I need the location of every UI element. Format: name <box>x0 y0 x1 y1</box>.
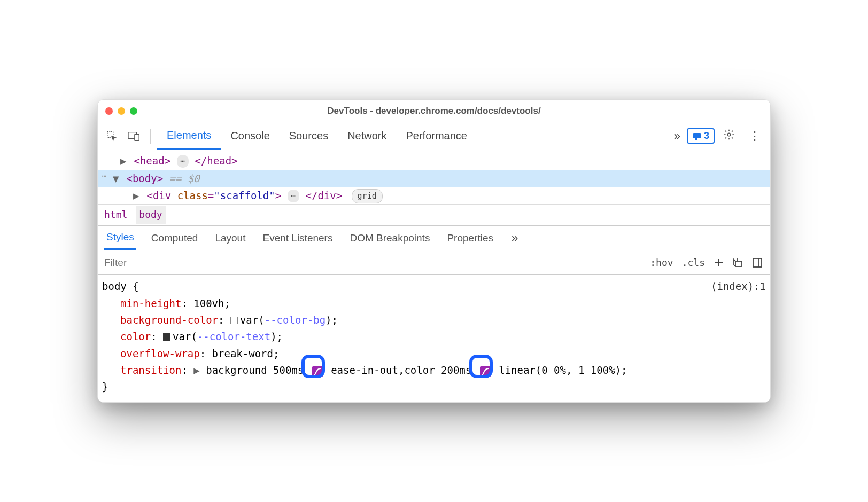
filter-input[interactable] <box>98 250 646 274</box>
subtabs-overflow-icon[interactable]: » <box>508 231 521 245</box>
minimize-icon[interactable] <box>118 107 125 115</box>
collapse-icon[interactable]: ▼ <box>113 170 120 187</box>
prop-transition[interactable]: transition: ▶ background 500ms ease-in-o… <box>102 362 766 379</box>
breadcrumb: html body <box>98 204 770 225</box>
computed-sidebar-icon[interactable] <box>750 255 765 270</box>
rendering-icon[interactable] <box>731 255 746 270</box>
easing-editor-icon[interactable] <box>312 366 323 377</box>
svg-rect-3 <box>693 133 701 138</box>
tab-performance[interactable]: Performance <box>397 122 477 150</box>
subtab-computed[interactable]: Computed <box>149 226 200 250</box>
issues-count: 3 <box>704 130 709 142</box>
rule-close-brace: } <box>102 379 766 395</box>
devtools-window: DevTools - developer.chrome.com/docs/dev… <box>97 99 771 402</box>
svg-rect-4 <box>695 138 697 140</box>
maximize-icon[interactable] <box>130 107 137 115</box>
settings-icon[interactable] <box>718 129 740 144</box>
svg-rect-2 <box>135 134 139 140</box>
color-swatch-icon[interactable] <box>230 317 238 324</box>
window-title: DevTools - developer.chrome.com/docs/dev… <box>98 106 770 116</box>
css-rules-panel: body { (index):1 min-height: 100vh; back… <box>98 275 770 402</box>
tab-elements[interactable]: Elements <box>157 122 221 150</box>
expand-icon[interactable]: ▶ <box>120 152 128 169</box>
new-rule-icon[interactable] <box>711 255 726 270</box>
ellipsis-icon[interactable]: ⋯ <box>177 155 189 168</box>
svg-point-5 <box>727 133 731 136</box>
device-toggle-icon[interactable] <box>125 127 144 146</box>
prop-color[interactable]: color: var(--color-text); <box>102 328 766 345</box>
dom-node-div-scaffold[interactable]: ▶ <div class="scaffold"> ⋯ </div> grid <box>98 187 770 204</box>
svg-rect-6 <box>735 261 742 266</box>
breadcrumb-body[interactable]: body <box>136 206 165 224</box>
prop-background-color[interactable]: background-color: var(--color-bg); <box>102 312 766 328</box>
traffic-lights <box>105 107 137 115</box>
styles-subtabs: Styles Computed Layout Event Listeners D… <box>98 226 770 250</box>
subtab-styles[interactable]: Styles <box>104 226 136 250</box>
grid-badge[interactable]: grid <box>352 189 383 204</box>
color-swatch-icon[interactable] <box>163 333 170 341</box>
tab-sources[interactable]: Sources <box>280 122 338 150</box>
toolbar-divider <box>150 129 151 144</box>
subtab-properties[interactable]: Properties <box>445 226 495 250</box>
issues-badge[interactable]: 3 <box>687 128 715 144</box>
ellipsis-icon[interactable]: ⋯ <box>288 190 299 202</box>
main-toolbar: Elements Console Sources Network Perform… <box>98 122 770 150</box>
prop-min-height[interactable]: min-height: 100vh; <box>102 295 766 312</box>
more-icon[interactable]: ⋮ <box>743 129 766 143</box>
dom-tree[interactable]: ▶ <head> ⋯ </head> ⋯ ▼ <body> == $0 ▶ <d… <box>98 150 770 226</box>
prop-overflow-wrap[interactable]: overflow-wrap: break-word; <box>102 346 766 362</box>
row-marker-icon: ⋯ <box>102 170 106 183</box>
dom-node-body[interactable]: ⋯ ▼ <body> == $0 <box>98 170 770 187</box>
svg-rect-7 <box>753 258 762 267</box>
tab-network[interactable]: Network <box>338 122 396 150</box>
styles-filter-row: :hov .cls <box>98 250 770 275</box>
main-tabs: Elements Console Sources Network Perform… <box>157 122 668 150</box>
tab-console[interactable]: Console <box>221 122 279 150</box>
source-link[interactable]: (index):1 <box>711 278 766 295</box>
dom-node-head[interactable]: ▶ <head> ⋯ </head> <box>98 152 770 169</box>
issues-icon <box>692 132 702 140</box>
tabs-overflow-icon[interactable]: » <box>671 129 684 143</box>
close-icon[interactable] <box>105 107 113 115</box>
easing-editor-icon[interactable] <box>480 366 491 377</box>
inspect-icon[interactable] <box>102 127 121 146</box>
expand-icon[interactable]: ▶ <box>133 187 141 204</box>
rule-selector[interactable]: body <box>102 280 127 292</box>
expand-icon[interactable]: ▶ <box>193 364 199 376</box>
subtab-dom-breakpoints[interactable]: DOM Breakpoints <box>347 226 432 250</box>
cls-toggle[interactable]: .cls <box>678 257 709 268</box>
rule-header: body { (index):1 <box>102 278 766 295</box>
subtab-event-listeners[interactable]: Event Listeners <box>260 226 335 250</box>
hov-toggle[interactable]: :hov <box>646 257 677 268</box>
titlebar: DevTools - developer.chrome.com/docs/dev… <box>98 100 770 122</box>
subtab-layout[interactable]: Layout <box>213 226 247 250</box>
breadcrumb-html[interactable]: html <box>104 207 127 223</box>
